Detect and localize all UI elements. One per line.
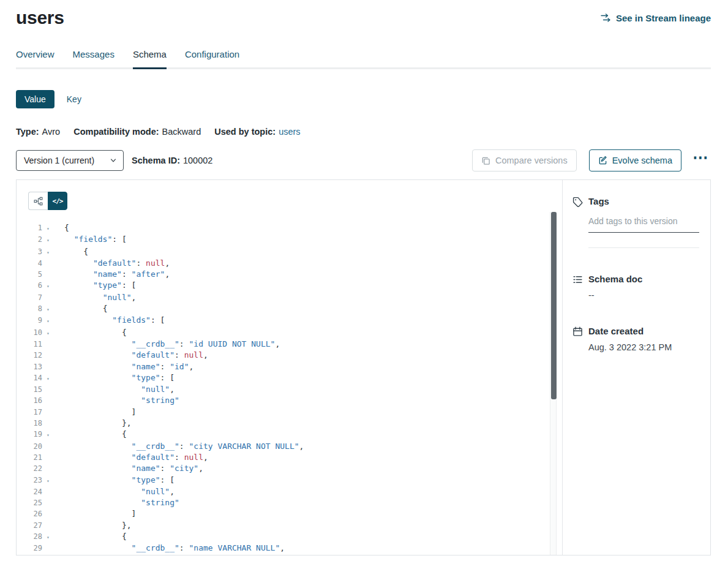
code-text: "type": [ xyxy=(55,475,174,485)
evolve-schema-label: Evolve schema xyxy=(612,156,672,165)
fold-arrow-icon[interactable]: ▾ xyxy=(47,235,55,246)
line-number: 21 xyxy=(17,453,42,463)
more-options-button[interactable]: ⋯ xyxy=(690,153,711,168)
code-text: ] xyxy=(55,508,136,519)
key-toggle-button[interactable]: Key xyxy=(61,90,88,108)
tab-overview[interactable]: Overview xyxy=(16,49,54,67)
code-line: 8▾ { xyxy=(17,303,562,315)
code-text: "name": "after", xyxy=(55,269,170,279)
line-number: 27 xyxy=(17,521,42,531)
code-text: "default": null, xyxy=(55,554,208,555)
compatibility-value: Backward xyxy=(162,127,201,137)
compatibility-label: Compatibility mode: xyxy=(73,127,159,137)
code-text: { xyxy=(55,327,127,337)
code-line: 20 "__crdb__": "city VARCHAR NOT NULL", xyxy=(17,441,562,452)
schema-content: </> 1▾{2▾ "fields": [3▾ {4 "default": nu… xyxy=(16,179,711,555)
tab-messages[interactable]: Messages xyxy=(73,49,114,67)
date-created-value: Aug. 3 2022 3:21 PM xyxy=(588,342,699,352)
code-text: "fields": [ xyxy=(55,234,127,244)
compare-versions-icon xyxy=(481,156,490,165)
line-number: 25 xyxy=(17,498,42,508)
fold-arrow-icon[interactable]: ▾ xyxy=(47,281,55,292)
code-line: 7 "null", xyxy=(17,292,562,303)
evolve-schema-icon xyxy=(598,156,607,165)
compare-versions-button[interactable]: Compare versions xyxy=(472,149,577,171)
line-number: 14 xyxy=(17,373,42,383)
code-text: "name": "city", xyxy=(55,463,203,473)
stream-lineage-link[interactable]: See in Stream lineage xyxy=(601,13,711,23)
type-value: Avro xyxy=(42,127,61,137)
code-line: 13 "name": "id", xyxy=(17,361,562,372)
line-number: 24 xyxy=(17,487,42,497)
fold-arrow-icon[interactable]: ▾ xyxy=(47,374,55,384)
line-number: 18 xyxy=(17,418,42,429)
tree-view-button[interactable] xyxy=(28,192,48,210)
code-text: { xyxy=(55,246,88,257)
code-text: { xyxy=(55,222,69,233)
code-text: "default": null, xyxy=(55,258,170,268)
fold-arrow-icon[interactable]: ▾ xyxy=(47,224,55,234)
code-text: "null", xyxy=(55,292,136,303)
tags-title: Tags xyxy=(588,196,699,206)
code-line: 23▾ "type": [ xyxy=(17,475,562,486)
line-number: 10 xyxy=(17,328,42,338)
scrollbar-thumb[interactable] xyxy=(551,212,557,399)
topic-group: Used by topic:users xyxy=(214,127,300,137)
code-text: "default": null, xyxy=(55,452,208,462)
line-number: 29 xyxy=(17,543,42,554)
fold-arrow-icon[interactable]: ▾ xyxy=(47,532,55,543)
schema-page: users See in Stream lineage Overview Mes… xyxy=(0,0,728,561)
code-line: 12 "default": null, xyxy=(17,350,562,361)
value-key-toggle: Value Key xyxy=(16,90,711,108)
page-title: users xyxy=(16,7,64,28)
schema-doc-value: -- xyxy=(588,290,699,300)
fold-arrow-icon[interactable]: ▾ xyxy=(47,316,55,326)
line-number: 3 xyxy=(17,247,42,257)
value-toggle-button[interactable]: Value xyxy=(16,90,54,108)
code-text: "null", xyxy=(55,486,174,497)
line-number: 9 xyxy=(17,315,42,326)
compare-versions-label: Compare versions xyxy=(495,156,568,165)
fold-arrow-icon[interactable]: ▾ xyxy=(47,430,55,440)
code-text: }, xyxy=(55,520,132,530)
line-number: 4 xyxy=(17,258,42,269)
code-line: 21 "default": null, xyxy=(17,452,562,463)
date-created-title: Date created xyxy=(588,326,699,336)
tab-configuration[interactable]: Configuration xyxy=(185,49,239,67)
code-line: 27 }, xyxy=(17,520,562,531)
code-line: 17 ] xyxy=(17,407,562,418)
date-created-section: Date created Aug. 3 2022 3:21 PM xyxy=(572,326,699,352)
fold-arrow-icon[interactable]: ▾ xyxy=(47,476,55,486)
code-text: "__crdb__": "name VARCHAR NULL", xyxy=(55,543,285,553)
code-line: 5 "name": "after", xyxy=(17,269,562,280)
topic-link[interactable]: users xyxy=(279,127,300,137)
tab-schema[interactable]: Schema xyxy=(133,49,167,67)
code-line: 29 "__crdb__": "name VARCHAR NULL", xyxy=(17,543,562,554)
code-line: 3▾ { xyxy=(17,246,562,258)
schema-doc-section: Schema doc -- xyxy=(572,274,699,300)
tree-view-icon xyxy=(34,197,43,206)
code-view-button[interactable]: </> xyxy=(48,192,67,210)
schema-id-group: Schema ID:100002 xyxy=(132,156,212,165)
topbar: users See in Stream lineage xyxy=(16,0,711,28)
code-line: 14▾ "type": [ xyxy=(17,372,562,384)
code-line: 4 "default": null, xyxy=(17,258,562,269)
fold-arrow-icon[interactable]: ▾ xyxy=(47,247,55,258)
code-line: 18 }, xyxy=(17,418,562,429)
code-text: { xyxy=(55,303,107,314)
fold-arrow-icon[interactable]: ▾ xyxy=(47,328,55,339)
compatibility-group: Compatibility mode:Backward xyxy=(73,127,201,137)
code-text: "__crdb__": "city VARCHAR NOT NULL", xyxy=(55,441,304,451)
line-number: 16 xyxy=(17,396,42,406)
schema-meta-row: Type:Avro Compatibility mode:Backward Us… xyxy=(16,127,711,137)
tag-icon xyxy=(572,197,583,207)
code-text: }, xyxy=(55,418,132,428)
code-text: "type": [ xyxy=(55,280,136,290)
fold-arrow-icon[interactable]: ▾ xyxy=(47,304,55,315)
evolve-schema-button[interactable]: Evolve schema xyxy=(589,149,681,171)
editor-scrollbar xyxy=(550,212,557,555)
tags-input[interactable] xyxy=(588,211,699,233)
code-text: "null", xyxy=(55,384,174,394)
type-label: Type: xyxy=(16,127,39,137)
version-select[interactable]: Version 1 (current) xyxy=(16,150,124,171)
